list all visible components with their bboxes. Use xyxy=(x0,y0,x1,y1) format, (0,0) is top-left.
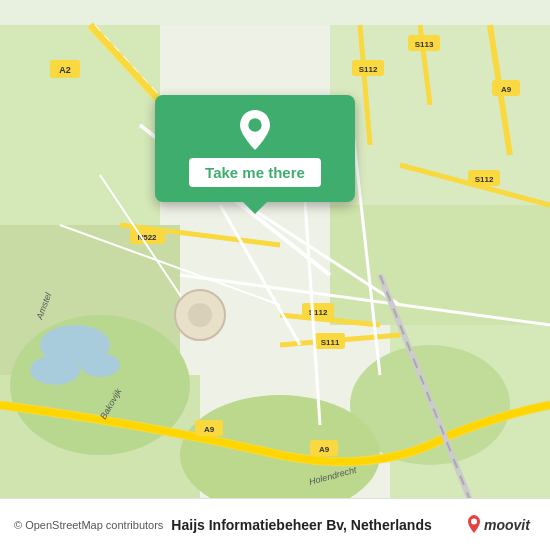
map-background: A2 N522 A9 A9 S113 S112 S112 S112 S111 xyxy=(0,0,550,550)
location-label: Haijs Informatiebeheer Bv, Netherlands xyxy=(171,517,466,533)
svg-point-12 xyxy=(80,353,120,377)
svg-text:S112: S112 xyxy=(359,65,378,74)
svg-text:A9: A9 xyxy=(501,85,512,94)
bottom-bar: © OpenStreetMap contributors Haijs Infor… xyxy=(0,498,550,550)
svg-text:S113: S113 xyxy=(415,40,434,49)
svg-point-57 xyxy=(188,303,212,327)
take-me-there-button[interactable]: Take me there xyxy=(189,158,321,187)
svg-point-11 xyxy=(30,355,80,385)
svg-text:A9: A9 xyxy=(204,425,215,434)
svg-text:S111: S111 xyxy=(321,338,340,347)
moovit-logo: moovit xyxy=(466,511,536,539)
popup-card[interactable]: Take me there xyxy=(155,95,355,202)
map-container: A2 N522 A9 A9 S113 S112 S112 S112 S111 xyxy=(0,0,550,550)
svg-text:S112: S112 xyxy=(475,175,494,184)
location-pin-icon xyxy=(235,110,275,150)
svg-text:moovit: moovit xyxy=(484,517,531,533)
svg-rect-1 xyxy=(0,25,160,225)
moovit-logo-svg: moovit xyxy=(466,511,536,539)
svg-point-58 xyxy=(248,118,261,131)
svg-point-59 xyxy=(471,518,477,524)
svg-text:A9: A9 xyxy=(319,445,330,454)
svg-text:A2: A2 xyxy=(59,65,71,75)
copyright-text: © OpenStreetMap contributors xyxy=(14,519,163,531)
